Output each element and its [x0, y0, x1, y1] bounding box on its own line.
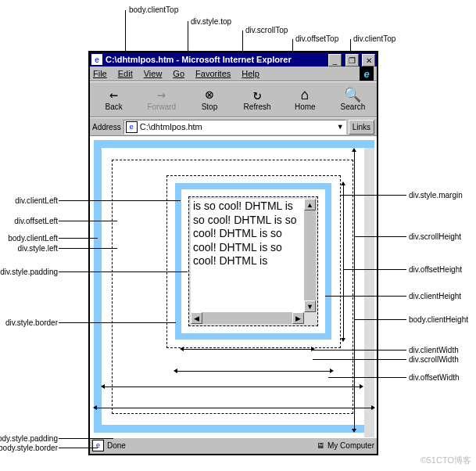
leader [328, 377, 406, 378]
lbl-div-scrollWidth: div.scrollWidth [409, 355, 459, 364]
scroll-down-icon[interactable]: ▼ [304, 300, 316, 312]
address-label: Address [92, 123, 121, 131]
lbl-div-clientTop: div.clientTop [353, 34, 395, 43]
lbl-div-scrollTop: div.scrollTop [245, 26, 288, 34]
status-text: Done [107, 441, 126, 450]
lbl-div-style-left: div.style.left [18, 244, 59, 253]
viewport-scrollbar[interactable] [364, 148, 374, 437]
scroll-right-icon[interactable]: ▶ [292, 312, 304, 324]
leader [59, 248, 117, 249]
browser-window: e C:\dhtmlpos.htm - Microsoft Internet E… [88, 51, 378, 455]
leader [313, 359, 406, 360]
menu-go[interactable]: Go [173, 69, 184, 78]
leader [59, 271, 188, 272]
home-button[interactable]: ⌂Home [281, 82, 329, 117]
leader [59, 238, 98, 239]
menu-favorites[interactable]: Favorites [195, 69, 231, 78]
toolbar: ←Back →Forward ⊗Stop ↻Refresh ⌂Home 🔍Sea… [90, 81, 377, 117]
lbl-div-clientLeft: div.clientLeft [15, 196, 58, 205]
leader [59, 448, 98, 448]
leader [313, 350, 406, 351]
leader [59, 200, 181, 201]
div-scrollbar-vertical[interactable]: ▲ ▼ [304, 199, 316, 312]
status-page-icon: e [92, 440, 104, 451]
stop-button[interactable]: ⊗Stop [185, 82, 233, 117]
leader [354, 236, 406, 237]
lbl-div-clientWidth: div.clientWidth [409, 346, 459, 354]
dim-body-clientWidth [102, 387, 361, 387]
ie-logo-icon: e [360, 67, 374, 81]
computer-icon: 🖥 [317, 441, 324, 450]
lbl-div-offsetTop: div.offsetTop [295, 34, 338, 43]
menu-file[interactable]: File [93, 69, 107, 78]
links-button[interactable]: Links [349, 120, 374, 135]
leader [59, 438, 113, 439]
maximize-button[interactable]: ❐ [345, 54, 359, 67]
menu-view[interactable]: View [144, 69, 163, 78]
search-button[interactable]: 🔍Search [329, 82, 377, 117]
lbl-div-clientHeight: div.clientHeight [409, 292, 461, 300]
menu-bar: File Edit View Go Favorites Help e [90, 67, 377, 81]
scroll-up-icon[interactable]: ▲ [304, 199, 316, 210]
title-bar: e C:\dhtmlpos.htm - Microsoft Internet E… [90, 52, 377, 67]
div-content: is so cool! DHTML is so cool! DHTML is s… [191, 199, 304, 312]
lbl-div-scrollHeight: div.scrollHeight [409, 232, 461, 241]
dim-div-offsetHeight [343, 183, 344, 340]
leader [344, 269, 406, 270]
lbl-body-clientTop: body.clientTop [129, 5, 178, 14]
menu-help[interactable]: Help [242, 69, 259, 78]
address-bar: Address e C:\dhtmlpos.htm ▼ Links [90, 117, 377, 136]
window-title: C:\dhtmlpos.htm - Microsoft Internet Exp… [106, 55, 292, 64]
page-icon: e [126, 121, 138, 133]
dropdown-icon[interactable]: ▼ [337, 123, 344, 131]
leader [340, 195, 406, 196]
lbl-div-style-top: div.style.top [191, 17, 231, 26]
lbl-body-clientLeft: body.clientLeft [8, 234, 58, 243]
back-button[interactable]: ←Back [90, 82, 138, 117]
viewport: is so cool! DHTML is so cool! DHTML is s… [90, 136, 377, 437]
watermark: ©51CTO博客 [421, 455, 471, 466]
zone-text: My Computer [327, 441, 374, 450]
lbl-div-style-margin: div.style.margin [409, 191, 463, 200]
lbl-div-style-padding: div.style.padding [0, 268, 58, 276]
div-scrollbar-horizontal[interactable]: ◀ ▶ [191, 312, 304, 324]
address-field[interactable]: e C:\dhtmlpos.htm ▼ [123, 120, 346, 135]
forward-button[interactable]: →Forward [138, 82, 185, 117]
dim-div-clientWidth [181, 349, 313, 350]
dim-body-clientHeight [354, 149, 355, 430]
status-bar: e Done 🖥 My Computer [90, 437, 377, 452]
dim-div-offsetWidth [175, 371, 331, 372]
div-border: is so cool! DHTML is so cool! DHTML is s… [175, 183, 331, 340]
lbl-body-style-padding: body.style.padding [0, 434, 58, 443]
leader [59, 322, 176, 323]
minimize-button[interactable]: _ [328, 54, 342, 67]
lbl-div-offsetWidth: div.offsetWidth [409, 373, 460, 382]
close-button[interactable]: ✕ [362, 54, 375, 67]
leader [59, 221, 117, 221]
dim-body-offsetWidth [95, 408, 373, 408]
lbl-div-style-border: div.style.border [5, 318, 58, 327]
address-value: C:\dhtmlpos.htm [140, 122, 202, 131]
ie-page-icon: e [91, 54, 102, 65]
lbl-div-offsetHeight: div.offsetHeight [409, 265, 462, 274]
scroll-left-icon[interactable]: ◀ [191, 312, 202, 324]
menu-edit[interactable]: Edit [118, 69, 133, 78]
leader [325, 296, 406, 297]
leader [355, 319, 406, 320]
refresh-button[interactable]: ↻Refresh [234, 82, 281, 117]
lbl-div-offsetLeft: div.offsetLeft [14, 217, 58, 225]
lbl-body-clientHeight: body.clientHeight [409, 315, 468, 324]
lbl-body-style-border: body.style.border [0, 444, 58, 452]
